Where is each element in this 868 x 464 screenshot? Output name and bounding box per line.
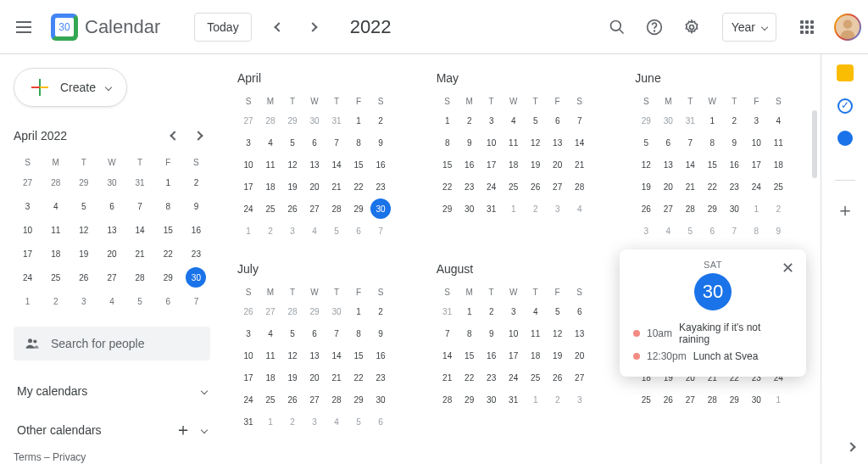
day-cell[interactable]: 8	[459, 323, 480, 344]
day-cell[interactable]: 1	[746, 198, 766, 219]
day-cell[interactable]: 29	[348, 198, 369, 219]
mini-day[interactable]: 22	[158, 243, 178, 264]
mini-day[interactable]: 5	[74, 196, 94, 216]
day-cell[interactable]: 19	[526, 154, 546, 175]
day-cell[interactable]: 28	[326, 198, 347, 219]
day-cell[interactable]: 28	[437, 389, 458, 410]
day-cell[interactable]: 1	[526, 389, 546, 410]
mini-day[interactable]: 6	[158, 291, 178, 311]
day-cell[interactable]: 14	[680, 154, 700, 175]
day-cell[interactable]: 20	[658, 176, 678, 197]
day-cell[interactable]: 2	[481, 301, 502, 321]
day-cell[interactable]: 30	[658, 110, 678, 131]
day-cell[interactable]: 2	[526, 198, 546, 219]
day-cell[interactable]: 8	[702, 132, 722, 153]
mini-day[interactable]: 27	[102, 267, 122, 288]
day-cell[interactable]: 5	[636, 132, 656, 153]
day-cell[interactable]: 7	[680, 132, 700, 153]
day-cell[interactable]: 27	[260, 301, 281, 321]
day-cell[interactable]: 8	[437, 132, 458, 153]
mini-day[interactable]: 4	[46, 196, 66, 216]
day-cell[interactable]: 4	[768, 110, 788, 131]
day-cell[interactable]: 13	[304, 154, 325, 175]
day-cell[interactable]: 22	[459, 367, 480, 388]
create-button[interactable]: Create	[14, 68, 127, 107]
day-cell[interactable]: 16	[370, 154, 391, 175]
day-cell[interactable]: 4	[260, 323, 281, 344]
day-cell[interactable]: 27	[658, 198, 678, 219]
contacts-addon[interactable]	[837, 131, 853, 146]
day-cell[interactable]: 28	[702, 389, 722, 410]
day-cell[interactable]: 25	[768, 176, 788, 197]
day-cell[interactable]: 21	[437, 367, 458, 388]
mini-next-button[interactable]	[186, 124, 210, 148]
day-cell[interactable]: 5	[282, 132, 303, 153]
day-cell[interactable]: 9	[370, 323, 391, 344]
day-cell[interactable]: 9	[481, 323, 502, 344]
day-cell[interactable]: 17	[504, 345, 524, 366]
search-people-input[interactable]: Search for people	[14, 327, 210, 361]
day-cell[interactable]: 13	[570, 323, 590, 344]
apps-button[interactable]	[790, 10, 824, 44]
day-cell[interactable]: 13	[304, 345, 325, 366]
day-cell[interactable]: 12	[526, 132, 546, 153]
day-cell[interactable]: 31	[326, 110, 347, 131]
mini-calendar[interactable]: SMTWTFS272829303112345678910111213141516…	[14, 154, 210, 313]
day-cell[interactable]: 29	[437, 198, 458, 219]
day-cell[interactable]: 3	[504, 301, 524, 321]
day-cell[interactable]: 11	[504, 132, 524, 153]
day-cell[interactable]: 31	[481, 198, 502, 219]
mini-day[interactable]: 16	[186, 220, 206, 240]
day-cell[interactable]: 15	[702, 154, 722, 175]
mini-day[interactable]: 11	[46, 220, 66, 240]
mini-day[interactable]: 6	[102, 196, 122, 216]
help-button[interactable]	[637, 10, 671, 44]
day-cell[interactable]: 3	[304, 411, 325, 432]
day-cell[interactable]: 6	[370, 411, 391, 432]
day-cell[interactable]: 9	[724, 132, 744, 153]
day-cell[interactable]: 2	[459, 110, 480, 131]
day-cell[interactable]: 5	[348, 411, 369, 432]
privacy-link[interactable]: Privacy	[53, 451, 86, 463]
mini-day[interactable]: 24	[18, 267, 38, 288]
day-cell[interactable]: 24	[504, 367, 524, 388]
mini-day[interactable]: 9	[186, 196, 206, 216]
mini-day[interactable]: 19	[74, 243, 94, 264]
day-cell[interactable]: 11	[260, 345, 281, 366]
day-cell[interactable]: 30	[481, 389, 502, 410]
day-cell[interactable]: 1	[504, 198, 524, 219]
day-cell[interactable]: 5	[680, 221, 700, 241]
day-cell[interactable]: 31	[437, 301, 458, 321]
day-cell[interactable]: 30	[370, 198, 391, 219]
day-cell[interactable]: 26	[658, 389, 678, 410]
day-cell[interactable]: 28	[326, 389, 347, 410]
day-cell[interactable]: 28	[680, 198, 700, 219]
day-cell[interactable]: 4	[304, 221, 325, 241]
day-cell[interactable]: 29	[636, 110, 656, 131]
day-cell[interactable]: 4	[260, 132, 281, 153]
day-cell[interactable]: 3	[570, 389, 590, 410]
search-button[interactable]	[600, 10, 634, 44]
day-cell[interactable]: 31	[238, 411, 259, 432]
day-cell[interactable]: 27	[570, 367, 590, 388]
day-cell[interactable]: 5	[282, 323, 303, 344]
today-button[interactable]: Today	[194, 13, 251, 42]
day-cell[interactable]: 3	[481, 110, 502, 131]
day-cell[interactable]: 25	[260, 198, 281, 219]
day-cell[interactable]: 25	[260, 389, 281, 410]
day-cell[interactable]: 2	[724, 110, 744, 131]
day-cell[interactable]: 1	[260, 411, 281, 432]
day-cell[interactable]: 7	[370, 221, 391, 241]
day-cell[interactable]: 8	[348, 323, 369, 344]
mini-day[interactable]: 30	[102, 172, 122, 193]
day-cell[interactable]: 9	[370, 132, 391, 153]
day-cell[interactable]: 27	[548, 176, 568, 197]
day-cell[interactable]: 10	[504, 323, 524, 344]
day-cell[interactable]: 30	[370, 389, 391, 410]
tasks-addon[interactable]	[837, 98, 853, 114]
mini-day[interactable]: 1	[18, 291, 38, 311]
day-cell[interactable]: 18	[504, 154, 524, 175]
day-cell[interactable]: 1	[348, 301, 369, 321]
mini-day[interactable]: 1	[158, 172, 178, 193]
day-cell[interactable]: 11	[768, 132, 788, 153]
